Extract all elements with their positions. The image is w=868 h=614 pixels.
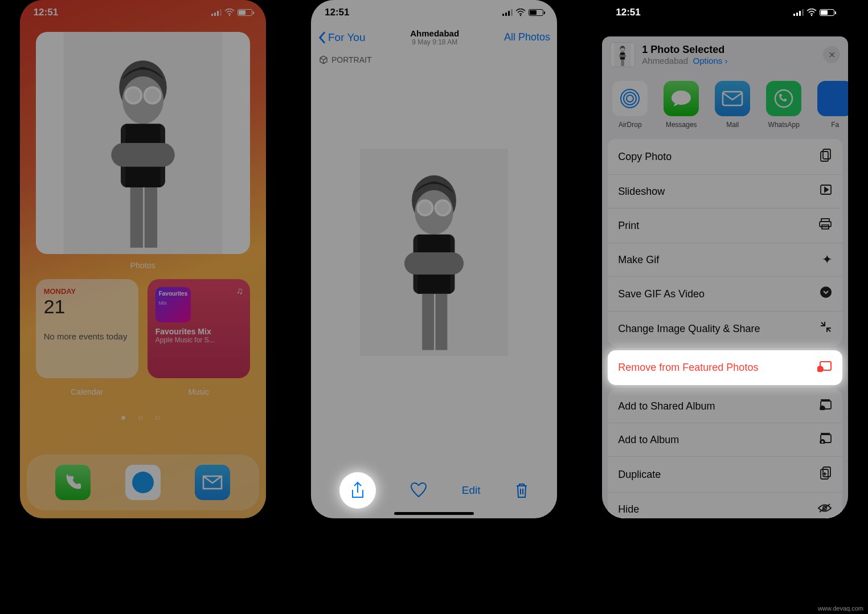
sheet-header: 1 Photo Selected Ahmedabad Options › ✕ bbox=[602, 36, 848, 73]
calendar-label: Calendar bbox=[36, 387, 138, 396]
svg-rect-25 bbox=[820, 222, 831, 227]
print-row[interactable]: Print bbox=[608, 208, 842, 243]
mail-label: Mail bbox=[713, 121, 752, 129]
dock bbox=[27, 455, 259, 510]
printer-icon bbox=[818, 218, 832, 234]
sparkle-icon: ✦ bbox=[822, 252, 832, 267]
add-shared-album-label: Add to Shared Album bbox=[618, 400, 715, 412]
svg-rect-22 bbox=[821, 152, 828, 161]
nav-bar: For You Ahmedabad 9 May 9:18 AM All Phot… bbox=[311, 25, 557, 50]
print-label: Print bbox=[618, 220, 639, 232]
delete-button[interactable] bbox=[515, 482, 529, 498]
sheet-location: Ahmedabad bbox=[642, 56, 688, 66]
home-indicator[interactable] bbox=[394, 512, 474, 515]
airdrop-icon bbox=[612, 81, 648, 116]
photo-viewer[interactable] bbox=[311, 70, 557, 435]
copy-icon bbox=[820, 148, 832, 165]
copy-photo-label: Copy Photo bbox=[618, 151, 672, 163]
calendar-date: 21 bbox=[44, 296, 130, 318]
add-album-row[interactable]: Add to Album bbox=[608, 423, 842, 457]
photo-date: 9 May 9:18 AM bbox=[410, 38, 459, 46]
status-bar: 12:51 bbox=[602, 0, 848, 25]
save-gif-row[interactable]: Save GIF As Video bbox=[608, 277, 842, 312]
duplicate-label: Duplicate bbox=[618, 469, 661, 481]
chevron-down-circle-icon bbox=[820, 286, 832, 302]
music-note-icon: ♫ bbox=[236, 286, 243, 296]
share-sheet: 1 Photo Selected Ahmedabad Options › ✕ A… bbox=[602, 36, 848, 518]
copy-photo-row[interactable]: Copy Photo bbox=[608, 139, 842, 175]
mail-app[interactable]: Mail bbox=[713, 81, 752, 129]
make-gif-row[interactable]: Make Gif ✦ bbox=[608, 243, 842, 277]
mail-app-icon[interactable] bbox=[195, 465, 230, 500]
back-label: For You bbox=[328, 31, 366, 44]
status-bar: 12:51 bbox=[311, 0, 557, 25]
favorite-button[interactable] bbox=[410, 482, 427, 498]
facebook-label: Fa bbox=[815, 121, 848, 129]
svg-point-15 bbox=[811, 15, 812, 16]
options-button[interactable]: Options › bbox=[693, 56, 728, 66]
svg-rect-35 bbox=[823, 467, 830, 477]
status-icons bbox=[793, 9, 834, 17]
album-badge: Favourites bbox=[155, 287, 191, 300]
messages-label: Messages bbox=[661, 121, 701, 129]
svg-point-16 bbox=[627, 95, 633, 102]
whatsapp-app[interactable]: WhatsApp bbox=[764, 81, 804, 129]
battery-icon bbox=[238, 9, 252, 16]
close-button[interactable]: ✕ bbox=[823, 46, 840, 63]
phone-app-icon[interactable] bbox=[55, 465, 91, 500]
save-gif-label: Save GIF As Video bbox=[618, 288, 705, 300]
photo-toolbar: Edit bbox=[311, 470, 557, 510]
airdrop-label: AirDrop bbox=[610, 121, 650, 129]
back-button[interactable]: For You bbox=[318, 31, 366, 44]
all-photos-button[interactable]: All Photos bbox=[504, 31, 550, 43]
messages-app[interactable]: Messages bbox=[661, 81, 701, 129]
remove-featured-row[interactable]: Remove from Featured Photos bbox=[608, 350, 842, 385]
status-bar: 12:51 bbox=[20, 0, 266, 25]
svg-rect-19 bbox=[723, 92, 742, 105]
sheet-title: 1 Photo Selected bbox=[642, 44, 727, 56]
hide-row[interactable]: Hide bbox=[608, 493, 842, 518]
svg-point-20 bbox=[775, 90, 792, 107]
duplicate-row[interactable]: Duplicate bbox=[608, 457, 842, 493]
svg-point-10 bbox=[228, 15, 230, 16]
cube-icon bbox=[319, 55, 328, 64]
svg-rect-21 bbox=[823, 149, 830, 159]
music-widget[interactable]: ♫ Favourites Mix Favourites Mix Apple Mu… bbox=[148, 279, 250, 378]
svg-point-17 bbox=[624, 92, 636, 105]
music-subtitle: Apple Music for S... bbox=[155, 336, 242, 344]
battery-icon bbox=[820, 9, 834, 16]
facebook-app-partial[interactable]: Fa bbox=[815, 81, 848, 129]
edit-button[interactable]: Edit bbox=[462, 484, 481, 497]
airdrop-app[interactable]: AirDrop bbox=[610, 81, 650, 129]
safari-app-icon[interactable] bbox=[125, 465, 161, 500]
duplicate-icon bbox=[820, 466, 832, 483]
add-shared-album-row[interactable]: Add to Shared Album bbox=[608, 390, 842, 423]
add-album-label: Add to Album bbox=[618, 434, 679, 446]
remove-featured-label: Remove from Featured Photos bbox=[618, 362, 758, 374]
music-label: Music bbox=[148, 387, 250, 396]
wifi-icon bbox=[224, 9, 235, 17]
signal-icon bbox=[793, 9, 804, 16]
change-quality-label: Change Image Quality & Share bbox=[618, 323, 760, 335]
slideshow-row[interactable]: Slideshow bbox=[608, 175, 842, 208]
status-time: 12:51 bbox=[325, 7, 349, 18]
wifi-icon bbox=[515, 9, 526, 17]
share-apps-row[interactable]: AirDrop Messages Mail WhatsApp bbox=[602, 73, 848, 137]
photos-widget[interactable] bbox=[36, 32, 250, 254]
facebook-icon bbox=[817, 81, 848, 116]
wifi-icon bbox=[806, 9, 817, 17]
mail-share-icon bbox=[715, 81, 750, 116]
play-icon bbox=[820, 184, 832, 199]
share-button[interactable] bbox=[339, 472, 376, 509]
svg-point-27 bbox=[820, 286, 832, 298]
action-list-1: Copy Photo Slideshow Print Make Gif ✦ Sa… bbox=[608, 139, 842, 346]
page-indicator[interactable]: ● ○ ○ bbox=[20, 412, 266, 423]
whatsapp-icon bbox=[766, 81, 801, 116]
photo-thumbnail[interactable] bbox=[610, 42, 635, 67]
calendar-events: No more events today bbox=[44, 331, 130, 341]
calendar-widget[interactable]: MONDAY 21 No more events today bbox=[36, 279, 138, 378]
status-icons bbox=[211, 9, 252, 17]
change-quality-row[interactable]: Change Image Quality & Share bbox=[608, 312, 842, 346]
messages-icon bbox=[664, 81, 699, 116]
signal-icon bbox=[502, 9, 513, 16]
